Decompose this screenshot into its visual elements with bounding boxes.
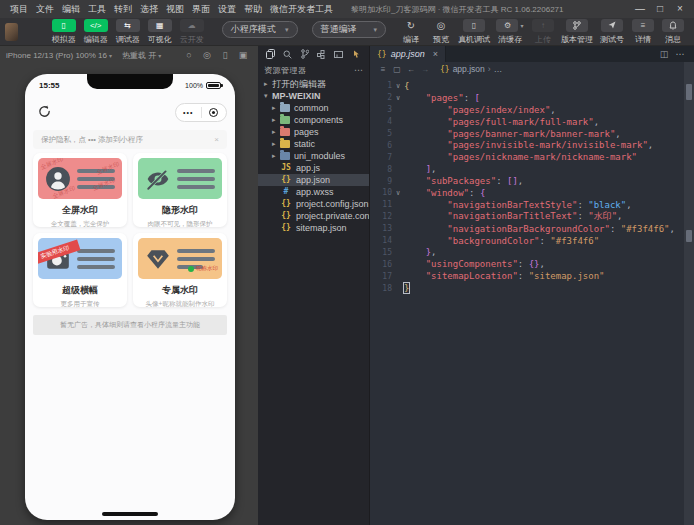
code-line-15[interactable]: 15 }, <box>370 246 684 258</box>
code-editor[interactable]: 1∨{2∨ "pages": [3 "pages/index/index",4 … <box>370 80 684 525</box>
fold-icon[interactable]: ∨ <box>392 82 404 90</box>
split-editor-icon[interactable]: ◫ <box>656 49 672 59</box>
user-avatar[interactable] <box>5 23 18 41</box>
breadcrumb-more[interactable]: … <box>494 64 503 74</box>
menu-帮助[interactable]: 帮助 <box>240 3 266 16</box>
card-fullscreen-watermark[interactable]: 全屏水印 全屏水印 全屏水印 全屏水印 全屏水印 全文覆盖，完全保护 <box>33 153 127 227</box>
windows-icon[interactable]: ▣ <box>234 50 252 60</box>
tree-item-app.json[interactable]: {}app.json <box>258 174 369 186</box>
tree-item-project.config.json[interactable]: {}project.config.json <box>258 198 369 210</box>
menu-视图[interactable]: 视图 <box>162 3 188 16</box>
code-line-2[interactable]: 2∨ "pages": [ <box>370 92 684 104</box>
compile-button[interactable]: ↻ 编译 <box>397 19 425 45</box>
details-button[interactable]: ≡ 详情 <box>629 19 657 45</box>
compile-mode-select[interactable]: 普通编译 ▾ <box>312 21 386 38</box>
code-line-12[interactable]: 12 "navigationBarTitleText": "水印", <box>370 211 684 223</box>
npm-icon[interactable] <box>330 49 347 59</box>
hot-reload-toggle[interactable]: 热重载 开 <box>122 50 156 61</box>
code-line-3[interactable]: 3 "pages/index/index", <box>370 104 684 116</box>
editor-button[interactable]: </> 编辑器 <box>81 19 111 45</box>
messages-button[interactable]: 消息 <box>659 19 687 45</box>
bookmark-icon[interactable]: ▢ <box>390 65 404 74</box>
upload-button[interactable]: ↑ 上传 <box>529 19 557 45</box>
code-line-10[interactable]: 10∨ "window": { <box>370 187 684 199</box>
scrollbar-thumb[interactable] <box>686 84 692 100</box>
fold-icon[interactable]: ∨ <box>392 94 404 102</box>
tree-item-sitemap.json[interactable]: {}sitemap.json <box>258 222 369 234</box>
extensions-icon[interactable] <box>313 49 330 59</box>
menu-界面[interactable]: 界面 <box>188 3 214 16</box>
tree-item-components[interactable]: ▸components <box>258 114 369 126</box>
code-line-18[interactable]: 18} <box>370 282 684 294</box>
debugger-button[interactable]: ⇆ 调试器 <box>113 19 143 45</box>
menu-文件[interactable]: 文件 <box>32 3 58 16</box>
refresh-icon[interactable]: ○ <box>180 50 198 60</box>
close-icon[interactable]: × <box>433 49 438 59</box>
cloud-dev-button[interactable]: ☁ 云开发 <box>177 19 207 45</box>
tree-item-project.private.config.js[interactable]: {}project.private.config.js… <box>258 210 369 222</box>
code-line-17[interactable]: 17 "sitemapLocation": "sitemap.json" <box>370 270 684 282</box>
tab-app-json[interactable]: {} app.json × <box>370 46 446 62</box>
menu-编辑[interactable]: 编辑 <box>58 3 84 16</box>
tree-item-app.wxss[interactable]: #app.wxss <box>258 186 369 198</box>
code-line-1[interactable]: 1∨{ <box>370 80 684 92</box>
code-line-4[interactable]: 4 "pages/full-mark/full-mark", <box>370 116 684 128</box>
code-line-8[interactable]: 8 ], <box>370 163 684 175</box>
menu-项目[interactable]: 项目 <box>6 3 32 16</box>
maximize-button[interactable]: □ <box>650 0 670 18</box>
scrollbar[interactable] <box>684 62 694 525</box>
forward-icon[interactable]: → <box>418 65 432 74</box>
menu-转到[interactable]: 转到 <box>110 3 136 16</box>
mode-select[interactable]: 小程序模式 ▾ <box>222 21 298 38</box>
section-project-root[interactable]: ▾MP-WEIXIN <box>258 90 369 102</box>
preview-button[interactable]: ◎ 预览 <box>427 19 455 45</box>
search-icon[interactable] <box>279 49 296 59</box>
close-icon[interactable]: × <box>214 135 219 144</box>
section-open-editors[interactable]: ▸打开的编辑器 <box>258 78 369 90</box>
visualization-button[interactable]: ▦ 可视化 <box>145 19 175 45</box>
code-line-13[interactable]: 13 "navigationBarBackgroundColor": "#f3f… <box>370 223 684 235</box>
code-line-5[interactable]: 5 "pages/banner-mark/banner-mark", <box>370 128 684 140</box>
real-device-debug-button[interactable]: ▯ 真机调试 <box>457 19 491 45</box>
more-icon[interactable]: ⋯ <box>672 49 688 59</box>
tree-item-app.js[interactable]: JSapp.js <box>258 162 369 174</box>
breadcrumb-file[interactable]: app.json <box>453 64 485 74</box>
menu-icon[interactable]: ≡ <box>376 65 390 74</box>
device-frame-icon[interactable]: ▯ <box>216 50 234 60</box>
test-account-button[interactable]: 测试号 <box>597 19 627 45</box>
code-line-16[interactable]: 16 "usingComponents": {}, <box>370 258 684 270</box>
close-target-icon[interactable] <box>202 108 227 117</box>
minimize-button[interactable]: — <box>630 0 650 18</box>
reload-icon[interactable] <box>37 104 52 123</box>
clear-cache-button[interactable]: ⚙▾ 清缓存 <box>493 19 527 45</box>
card-invisible-watermark[interactable]: 隐形水印 肉眼不可见，隐形保护 <box>133 153 227 227</box>
code-line-11[interactable]: 11 "navigationBarTextStyle": "black", <box>370 199 684 211</box>
card-super-banner[interactable]: 实验用水印 超级横幅 更多用于宣传 <box>33 233 127 307</box>
record-icon[interactable]: ◎ <box>198 50 216 60</box>
back-icon[interactable]: ← <box>404 65 418 74</box>
menu-选择[interactable]: 选择 <box>136 3 162 16</box>
git-branch-icon[interactable] <box>296 49 313 60</box>
more-icon[interactable]: ••• <box>176 109 201 116</box>
card-exclusive-watermark[interactable]: 昵称水印 专属水印 头像+昵称就能制作水印 <box>133 233 227 307</box>
code-line-14[interactable]: 14 "backgroundColor": "#f3f4f6" <box>370 235 684 247</box>
menu-工具[interactable]: 工具 <box>84 3 110 16</box>
files-icon[interactable] <box>262 49 279 60</box>
tree-item-pages[interactable]: ▸pages <box>258 126 369 138</box>
device-select[interactable]: iPhone 12/13 (Pro) 100% 16 <box>6 51 107 60</box>
close-button[interactable]: × <box>670 0 690 18</box>
tree-item-common[interactable]: ▸common <box>258 102 369 114</box>
version-control-button[interactable]: 版本管理 <box>559 19 595 45</box>
fold-icon[interactable]: ∨ <box>392 189 404 197</box>
tree-item-static[interactable]: ▸static <box>258 138 369 150</box>
more-icon[interactable]: ⋯ <box>354 65 363 75</box>
simulator-panel: iPhone 12/13 (Pro) 100% 16 ▾ 热重载 开 ▾ ○ ◎… <box>0 46 258 525</box>
menu-微信开发者工具[interactable]: 微信开发者工具 <box>266 3 337 16</box>
code-line-6[interactable]: 6 "pages/invisible-mark/invisible-mark", <box>370 139 684 151</box>
code-line-9[interactable]: 9 "subPackages": [], <box>370 175 684 187</box>
menu-设置[interactable]: 设置 <box>214 3 240 16</box>
tree-item-uni_modules[interactable]: ▸uni_modules <box>258 150 369 162</box>
pointer-icon[interactable] <box>347 49 364 59</box>
code-line-7[interactable]: 7 "pages/nickname-mark/nickname-mark" <box>370 151 684 163</box>
simulator-button[interactable]: ▯ 模拟器 <box>49 19 79 45</box>
